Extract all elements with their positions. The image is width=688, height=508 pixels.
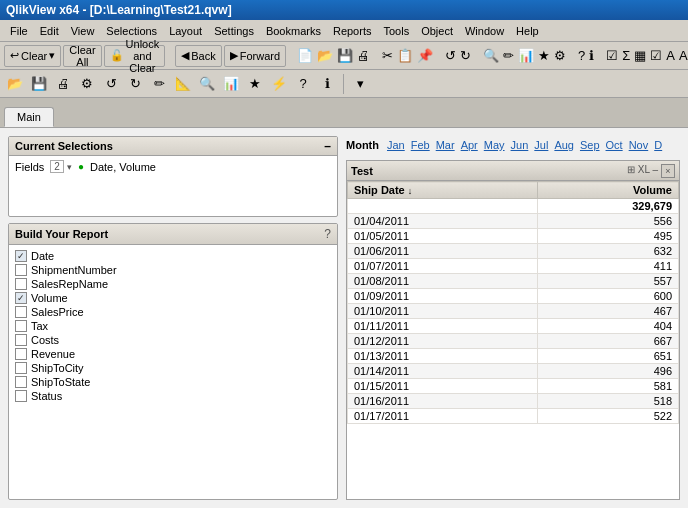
table-row[interactable]: 01/04/2011556 [348, 214, 679, 229]
col-shipdate[interactable]: Ship Date ↓ [348, 182, 538, 199]
info-icon[interactable]: ℹ [588, 45, 595, 67]
tb2-icon-15[interactable]: ▾ [349, 73, 371, 95]
table-row[interactable]: 01/10/2011467 [348, 304, 679, 319]
menu-tools[interactable]: Tools [377, 23, 415, 39]
month-jul[interactable]: Jul [532, 138, 550, 152]
month-dec[interactable]: D [652, 138, 664, 152]
tab-main[interactable]: Main [4, 107, 54, 127]
toolbar-icon-9[interactable]: 📊 [517, 45, 535, 67]
checkbox-shiptostate[interactable] [15, 376, 27, 388]
toolbar-icon-8[interactable]: ✏ [502, 45, 515, 67]
menu-window[interactable]: Window [459, 23, 510, 39]
toolbar-icon-14[interactable]: A [678, 45, 688, 67]
tb2-icon-8[interactable]: 📐 [172, 73, 194, 95]
month-aug[interactable]: Aug [552, 138, 576, 152]
build-item-volume[interactable]: ✓Volume [15, 291, 331, 305]
build-item-shiptostate[interactable]: ShipToState [15, 375, 331, 389]
menu-edit[interactable]: Edit [34, 23, 65, 39]
build-item-date[interactable]: ✓Date [15, 249, 331, 263]
build-item-revenue[interactable]: Revenue [15, 347, 331, 361]
menu-layout[interactable]: Layout [163, 23, 208, 39]
checkbox-shipmentnumber[interactable] [15, 264, 27, 276]
tb2-icon-13[interactable]: ? [292, 73, 314, 95]
fields-dropdown-icon[interactable]: ▾ [67, 162, 72, 172]
selections-minimize[interactable]: – [324, 140, 331, 152]
menu-settings[interactable]: Settings [208, 23, 260, 39]
menu-file[interactable]: File [4, 23, 34, 39]
tb2-icon-6[interactable]: ↻ [124, 73, 146, 95]
menu-selections[interactable]: Selections [100, 23, 163, 39]
build-item-salesrepname[interactable]: SalesRepName [15, 277, 331, 291]
tb2-icon-10[interactable]: 📊 [220, 73, 242, 95]
tb2-icon-14[interactable]: ℹ [316, 73, 338, 95]
month-nov[interactable]: Nov [627, 138, 651, 152]
tb2-icon-2[interactable]: 💾 [28, 73, 50, 95]
build-item-shipmentnumber[interactable]: ShipmentNumber [15, 263, 331, 277]
clear-button[interactable]: ↩ Clear ▾ [4, 45, 61, 67]
table-row[interactable]: 01/16/2011518 [348, 394, 679, 409]
month-apr[interactable]: Apr [459, 138, 480, 152]
checkbox-revenue[interactable] [15, 348, 27, 360]
toolbar-icon-4[interactable]: 🖨 [356, 45, 371, 67]
toolbar-icon-6[interactable]: 📋 [396, 45, 414, 67]
checkbox-date[interactable]: ✓ [15, 250, 27, 262]
table-row[interactable]: 01/12/2011667 [348, 334, 679, 349]
checkbox-shiptocity[interactable] [15, 362, 27, 374]
checkbox-status[interactable] [15, 390, 27, 402]
build-help-icon[interactable]: ? [324, 227, 331, 241]
toolbar-icon-11[interactable]: ▦ [633, 45, 647, 67]
tb2-icon-11[interactable]: ★ [244, 73, 266, 95]
table-row[interactable]: 01/08/2011557 [348, 274, 679, 289]
table-row[interactable]: 01/15/2011581 [348, 379, 679, 394]
checkbox-salesprice[interactable] [15, 306, 27, 318]
table-close-btn[interactable]: × [661, 164, 675, 178]
checkbox-costs[interactable] [15, 334, 27, 346]
checkbox-volume[interactable]: ✓ [15, 292, 27, 304]
build-item-status[interactable]: Status [15, 389, 331, 403]
table-row[interactable]: 01/07/2011411 [348, 259, 679, 274]
build-item-salesprice[interactable]: SalesPrice [15, 305, 331, 319]
table-row[interactable]: 01/14/2011496 [348, 364, 679, 379]
tb2-icon-3[interactable]: 🖨 [52, 73, 74, 95]
toolbar-icon-10[interactable]: ⚙ [553, 45, 567, 67]
back-button[interactable]: ◀ Back [175, 45, 221, 67]
reload-icon[interactable]: ↺ [444, 45, 457, 67]
unlock-clear-button[interactable]: 🔓 Unlock and Clear [104, 45, 166, 67]
table-row[interactable]: 01/17/2011522 [348, 409, 679, 424]
table-scroll[interactable]: Ship Date ↓ Volume 329,67901/04/20115560… [347, 181, 679, 499]
toolbar-icon-12[interactable]: ☑ [649, 45, 663, 67]
sum-icon[interactable]: Σ [621, 45, 631, 67]
month-jun[interactable]: Jun [509, 138, 531, 152]
build-item-shiptocity[interactable]: ShipToCity [15, 361, 331, 375]
redo-icon[interactable]: ↻ [459, 45, 472, 67]
menu-view[interactable]: View [65, 23, 101, 39]
tb2-icon-7[interactable]: ✏ [148, 73, 170, 95]
build-item-tax[interactable]: Tax [15, 319, 331, 333]
col-volume[interactable]: Volume [538, 182, 679, 199]
toolbar-icon-2[interactable]: 📂 [316, 45, 334, 67]
table-row[interactable]: 01/06/2011632 [348, 244, 679, 259]
month-oct[interactable]: Oct [604, 138, 625, 152]
clear-dropdown-icon[interactable]: ▾ [49, 49, 55, 62]
tb2-icon-5[interactable]: ↺ [100, 73, 122, 95]
menu-help[interactable]: Help [510, 23, 545, 39]
month-may[interactable]: May [482, 138, 507, 152]
toolbar-icon-13[interactable]: A [665, 45, 676, 67]
tb2-icon-9[interactable]: 🔍 [196, 73, 218, 95]
tb2-icon-1[interactable]: 📂 [4, 73, 26, 95]
checkbox-tax[interactable] [15, 320, 27, 332]
toolbar-icon-1[interactable]: 📄 [296, 45, 314, 67]
table-row[interactable]: 01/11/2011404 [348, 319, 679, 334]
search-icon[interactable]: 🔍 [482, 45, 500, 67]
build-item-costs[interactable]: Costs [15, 333, 331, 347]
month-sep[interactable]: Sep [578, 138, 602, 152]
tb2-icon-4[interactable]: ⚙ [76, 73, 98, 95]
menu-object[interactable]: Object [415, 23, 459, 39]
month-mar[interactable]: Mar [434, 138, 457, 152]
table-row[interactable]: 01/05/2011495 [348, 229, 679, 244]
help-icon[interactable]: ? [577, 45, 586, 67]
toolbar-icon-7[interactable]: 📌 [416, 45, 434, 67]
checkbox-salesrepname[interactable] [15, 278, 27, 290]
month-feb[interactable]: Feb [409, 138, 432, 152]
toolbar-icon-5[interactable]: ✂ [381, 45, 394, 67]
